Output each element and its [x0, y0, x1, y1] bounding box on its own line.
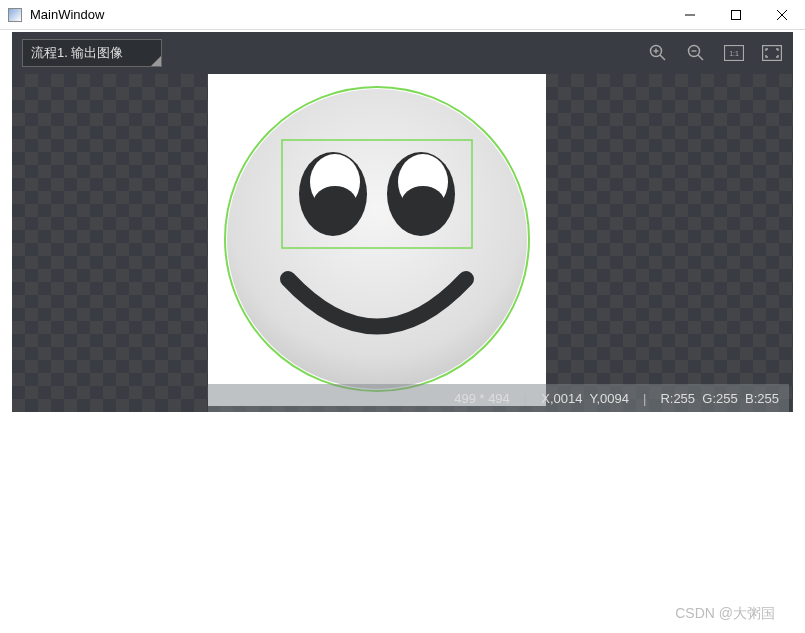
svg-point-14 — [227, 89, 527, 389]
image-viewer: 流程1. 输出图像 1:1 — [12, 32, 793, 412]
svg-text:1:1: 1:1 — [729, 50, 739, 57]
viewer-toolbar: 流程1. 输出图像 1:1 — [12, 32, 793, 74]
dropdown-label: 流程1. 输出图像 — [31, 45, 123, 60]
window-controls — [667, 0, 805, 29]
separator: | — [524, 391, 527, 406]
svg-point-20 — [401, 186, 445, 222]
window-titlebar: MainWindow — [0, 0, 805, 30]
actual-size-icon[interactable]: 1:1 — [723, 42, 745, 64]
close-button[interactable] — [759, 0, 805, 29]
status-bar: 499 * 494 | X,0014 Y,0094 | R:255 G:255 … — [208, 384, 789, 412]
canvas-area[interactable]: 499 * 494 | X,0014 Y,0094 | R:255 G:255 … — [12, 74, 793, 412]
zoom-in-icon[interactable] — [647, 42, 669, 64]
fit-screen-icon[interactable] — [761, 42, 783, 64]
watermark: CSDN @大粥国 — [675, 605, 775, 623]
cursor-coordinates: X,0014 Y,0094 — [541, 391, 629, 406]
app-icon — [8, 8, 22, 22]
svg-point-17 — [313, 186, 357, 222]
svg-rect-1 — [732, 10, 741, 19]
svg-line-5 — [660, 55, 665, 60]
image-dimensions: 499 * 494 — [454, 391, 510, 406]
maximize-button[interactable] — [713, 0, 759, 29]
minimize-button[interactable] — [667, 0, 713, 29]
window-title: MainWindow — [30, 7, 667, 22]
image-content — [208, 74, 546, 406]
pixel-rgb: R:255 G:255 B:255 — [660, 391, 779, 406]
zoom-out-icon[interactable] — [685, 42, 707, 64]
svg-line-9 — [698, 55, 703, 60]
source-dropdown[interactable]: 流程1. 输出图像 — [22, 39, 162, 67]
svg-rect-13 — [763, 46, 782, 61]
separator: | — [643, 391, 646, 406]
toolbar-icons: 1:1 — [647, 42, 783, 64]
